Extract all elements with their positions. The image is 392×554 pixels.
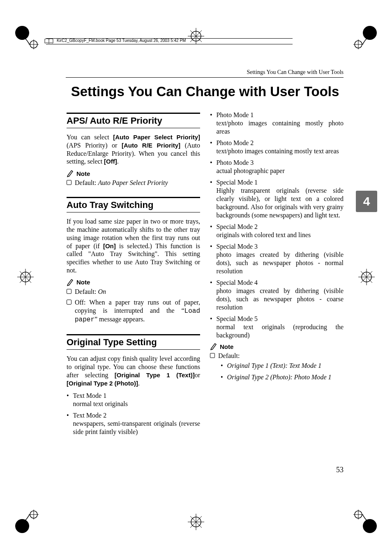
reg-cross-bottom xyxy=(186,512,206,532)
mode-desc: originals with colored text and lines xyxy=(217,231,311,238)
default-value: Auto Paper Select Priority xyxy=(98,179,168,186)
h2-rule xyxy=(67,334,200,335)
heading-original-type: Original Type Setting xyxy=(67,337,200,348)
text: Default: xyxy=(218,352,240,359)
mode-desc: normal text originals xyxy=(73,400,128,407)
checkbox-icon xyxy=(67,300,71,305)
mode-name: Photo Mode 2 xyxy=(217,139,254,146)
text: Off: When a paper tray runs out of paper… xyxy=(75,299,200,314)
ui-label: [Original Type 2 (Photo)] xyxy=(67,380,138,387)
page-title: Settings You Can Change with User Tools xyxy=(67,84,344,99)
checkbox-icon xyxy=(210,353,215,358)
checkbox-icon xyxy=(67,180,71,185)
reg-mark-bl xyxy=(15,509,39,533)
text: (APS Priority) or xyxy=(67,142,122,149)
running-head-rule xyxy=(66,77,344,78)
note-item: Default: Auto Paper Select Priority xyxy=(67,179,200,187)
h2-rule xyxy=(67,212,200,212)
mode-list-right: Photo Mode 1text/photo images containing… xyxy=(210,111,344,339)
list-item: Special Mode 2originals with colored tex… xyxy=(210,223,344,239)
mode-desc: normal text originals (reproducing the b… xyxy=(217,323,344,339)
original-type-paragraph: You can adjust copy finish quality level… xyxy=(67,355,200,387)
mode-desc: Highly transparent originals (reverse si… xyxy=(217,187,344,219)
mode-desc: newspapers, semi-transparent originals (… xyxy=(73,420,200,435)
mode-desc: actual photographic paper xyxy=(217,167,285,174)
reg-cross-left xyxy=(16,267,35,287)
list-item: Original Type 2 (Photo): Photo Mode 1 xyxy=(221,373,344,381)
reg-mark-tr xyxy=(353,25,377,50)
book-icon xyxy=(44,38,53,44)
auto-tray-paragraph: If you load same size paper in two or mo… xyxy=(67,217,200,275)
h2-rule xyxy=(67,197,200,198)
text: or xyxy=(195,372,200,379)
mode-name: Text Mode 2 xyxy=(73,412,107,419)
h2-rule xyxy=(67,349,200,350)
note-label: Note xyxy=(76,279,90,286)
text: ” message appears. xyxy=(95,316,145,323)
note-icon xyxy=(210,343,217,350)
list-item: Text Mode 2newspapers, semi-transparent … xyxy=(67,411,200,436)
text: . xyxy=(117,158,119,165)
section-tab: 4 xyxy=(356,191,377,212)
reg-mark-br xyxy=(353,509,377,533)
heading-auto-tray: Auto Tray Switching xyxy=(67,200,200,210)
note-item: Default: Original Type 1 (Text): Text Mo… xyxy=(210,352,344,385)
mode-desc: text/photo images containing mostly text… xyxy=(217,148,339,155)
mode-desc: photo images created by dithering (visib… xyxy=(217,251,344,275)
list-item: Text Mode 1normal text originals xyxy=(67,392,200,408)
mode-name: Special Mode 1 xyxy=(217,179,258,186)
mode-name: Special Mode 4 xyxy=(217,279,258,286)
aps-paragraph: You can select [Auto Paper Select Priori… xyxy=(67,133,200,166)
heading-aps: APS/ Auto R/E Priority xyxy=(67,115,200,126)
h2-rule xyxy=(67,113,200,114)
list-item: Special Mode 5normal text originals (rep… xyxy=(210,315,344,339)
default-value: On xyxy=(98,288,106,295)
mode-name: Photo Mode 3 xyxy=(217,159,254,166)
ui-label: [Auto Paper Select Priority] xyxy=(113,134,200,141)
running-head: Settings You Can Change with User Tools xyxy=(247,69,344,76)
mode-name: Text Mode 1 xyxy=(73,392,107,399)
ui-label: [Original Type 1 (Text)] xyxy=(115,372,195,379)
note-label: Note xyxy=(76,170,90,177)
ui-label: [Off] xyxy=(104,158,117,165)
mode-name: Special Mode 3 xyxy=(217,243,258,250)
note-label: Note xyxy=(220,343,233,350)
ui-label: [On] xyxy=(103,242,116,249)
list-item: Photo Mode 2text/photo images containing… xyxy=(210,139,344,155)
reg-cross-right xyxy=(357,267,376,287)
note-heading: Note xyxy=(67,170,200,177)
reg-mark-tl xyxy=(15,25,39,50)
default-sublist: Original Type 1 (Text): Text Mode 1 Orig… xyxy=(221,362,344,381)
list-item: Photo Mode 1text/photo images containing… xyxy=(210,111,344,136)
note-icon xyxy=(67,170,74,177)
text: Default: xyxy=(75,288,98,295)
ui-label: [Auto R/E Priority] xyxy=(122,142,180,149)
note-item: Off: When a paper tray runs out of paper… xyxy=(67,298,200,324)
text: Default: xyxy=(75,179,98,186)
note-icon xyxy=(67,279,74,286)
list-item: Special Mode 3photo images created by di… xyxy=(210,242,344,275)
left-column: APS/ Auto R/E Priority You can select [A… xyxy=(67,111,200,476)
mode-name: Special Mode 5 xyxy=(217,315,258,322)
mode-desc: photo images created by dithering (visib… xyxy=(217,287,344,311)
list-item: Original Type 1 (Text): Text Mode 1 xyxy=(221,362,344,370)
default-value: Original Type 1 (Text): Text Mode 1 xyxy=(227,362,322,369)
content-columns: APS/ Auto R/E Priority You can select [A… xyxy=(67,111,344,476)
reg-cross-top xyxy=(186,26,206,46)
checkbox-icon xyxy=(67,289,71,294)
print-header: KirC2_GBcopyF_FM.book Page 53 Tuesday, A… xyxy=(57,38,186,43)
list-item: Special Mode 1Highly transparent origina… xyxy=(210,178,344,219)
list-item: Special Mode 4photo images created by di… xyxy=(210,279,344,312)
mode-name: Photo Mode 1 xyxy=(217,111,254,118)
book-rule-bot xyxy=(46,44,293,44)
right-column: Photo Mode 1text/photo images containing… xyxy=(210,111,344,476)
note-heading: Note xyxy=(67,279,200,286)
text: . xyxy=(138,380,140,387)
mode-desc: text/photo images containing mostly phot… xyxy=(217,120,344,135)
text: You can select xyxy=(67,134,113,141)
h2-rule xyxy=(67,128,200,128)
mode-name: Special Mode 2 xyxy=(217,223,258,230)
note-heading: Note xyxy=(210,343,344,350)
note-item: Default: On xyxy=(67,288,200,296)
mode-list-left: Text Mode 1normal text originals Text Mo… xyxy=(67,392,200,436)
